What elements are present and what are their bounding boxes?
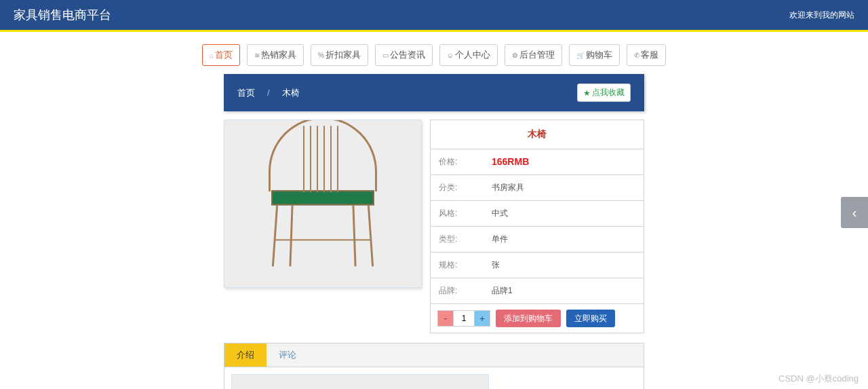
breadcrumb-sep: / xyxy=(267,88,270,98)
star-icon: ★ xyxy=(583,88,591,98)
breadcrumb-current: 木椅 xyxy=(282,87,300,99)
nav-label: 购物车 xyxy=(586,49,612,61)
spec-row: 分类:书房家具 xyxy=(431,175,644,201)
quantity-stepper: - + xyxy=(437,310,490,327)
spec-row: 类型:单件 xyxy=(431,227,644,253)
spec-row: 风格:中式 xyxy=(431,201,644,227)
qty-minus-button[interactable]: - xyxy=(437,310,454,327)
add-to-cart-button[interactable]: 添加到购物车 xyxy=(496,310,561,327)
app-title: 家具销售电商平台 xyxy=(14,7,111,23)
action-row: - + 添加到购物车 立即购买 xyxy=(431,304,644,333)
detail-image xyxy=(231,374,489,389)
spec-value: 书房家具 xyxy=(492,182,635,193)
spec-label: 规格: xyxy=(439,259,492,271)
nav-item-3[interactable]: ▭公告资讯 xyxy=(375,44,433,66)
app-header: 家具销售电商平台 欢迎来到我的网站 xyxy=(0,0,868,32)
nav-icon: ⌂ xyxy=(210,52,214,59)
price-label: 价格: xyxy=(439,156,492,168)
tab-intro[interactable]: 介绍 xyxy=(224,344,267,367)
watermark: CSDN @小蔡coding xyxy=(778,373,859,385)
breadcrumb-home[interactable]: 首页 xyxy=(237,87,255,99)
nav-label: 客服 xyxy=(641,49,658,61)
spec-label: 类型: xyxy=(439,234,492,245)
nav-item-4[interactable]: ☺个人中心 xyxy=(439,44,498,66)
nav-icon: ▭ xyxy=(382,52,389,59)
nav-label: 折扣家具 xyxy=(326,49,361,61)
nav-label: 热销家具 xyxy=(261,49,296,61)
nav-item-2[interactable]: %折扣家具 xyxy=(311,44,368,66)
spec-label: 风格: xyxy=(439,208,492,219)
tab-comment[interactable]: 评论 xyxy=(267,344,309,367)
nav-item-0[interactable]: ⌂首页 xyxy=(202,44,240,66)
favorite-label: 点我收藏 xyxy=(592,87,625,98)
nav-label: 公告资讯 xyxy=(390,49,425,61)
spec-row: 品牌:品牌1 xyxy=(431,278,644,304)
welcome-text: 欢迎来到我的网站 xyxy=(789,10,854,21)
detail-tabs: 介绍 评论 xyxy=(224,343,644,389)
carousel-prev-button[interactable]: ‹ xyxy=(841,197,868,228)
nav-item-7[interactable]: ✆客服 xyxy=(627,44,666,66)
spec-label: 分类: xyxy=(439,182,492,193)
nav-label: 首页 xyxy=(215,49,233,61)
spec-value: 张 xyxy=(492,259,635,271)
favorite-button[interactable]: ★ 点我收藏 xyxy=(577,84,631,102)
price-value: 166RMB xyxy=(492,156,635,168)
qty-plus-button[interactable]: + xyxy=(474,310,490,327)
nav-label: 后台管理 xyxy=(519,49,555,61)
breadcrumb: 首页 / 木椅 xyxy=(237,87,300,99)
nav-icon: 🛒 xyxy=(576,52,585,59)
spec-value: 中式 xyxy=(492,208,635,219)
spec-value: 单件 xyxy=(492,234,635,245)
product-image xyxy=(224,119,422,288)
nav-item-5[interactable]: ⚙后台管理 xyxy=(505,44,562,66)
spec-value: 品牌1 xyxy=(492,285,635,297)
spec-label: 品牌: xyxy=(439,285,492,297)
nav-bar: ⌂首页≋热销家具%折扣家具▭公告资讯☺个人中心⚙后台管理🛒购物车✆客服 xyxy=(0,32,868,74)
nav-item-1[interactable]: ≋热销家具 xyxy=(247,44,304,66)
nav-icon: ⚙ xyxy=(512,52,518,59)
nav-icon: ☺ xyxy=(447,52,454,59)
nav-icon: ≋ xyxy=(254,52,260,59)
product-info: 木椅 价格: 166RMB 分类:书房家具风格:中式类型:单件规格:张品牌:品牌… xyxy=(430,119,644,333)
qty-input[interactable] xyxy=(454,310,474,327)
nav-label: 个人中心 xyxy=(455,49,490,61)
nav-item-6[interactable]: 🛒购物车 xyxy=(569,44,620,66)
breadcrumb-bar: 首页 / 木椅 ★ 点我收藏 xyxy=(224,74,644,111)
nav-icon: % xyxy=(318,52,324,59)
nav-icon: ✆ xyxy=(634,52,639,59)
spec-row: 规格:张 xyxy=(431,253,644,278)
chevron-left-icon: ‹ xyxy=(852,205,857,221)
buy-now-button[interactable]: 立即购买 xyxy=(566,310,615,327)
product-name: 木椅 xyxy=(431,120,644,149)
